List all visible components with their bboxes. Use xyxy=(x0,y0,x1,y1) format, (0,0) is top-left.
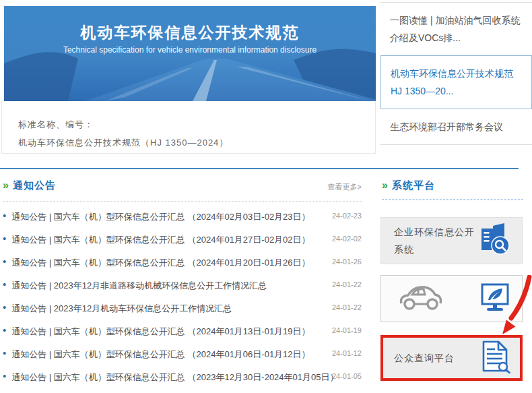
notice-date: 24-02-23 xyxy=(332,204,362,227)
notices-section: »通知公告 查看更多> •通知公告 | 国六车（机）型环保信息公开汇总 （202… xyxy=(3,179,362,388)
card-label: 公众查询平台 xyxy=(394,349,455,367)
dashed-divider xyxy=(3,201,362,202)
bullet-icon: • xyxy=(3,324,6,336)
standard-label: 标准名称、编号： xyxy=(18,119,375,131)
double-chevron-icon: » xyxy=(382,179,388,191)
notice-date: 24-01-12 xyxy=(332,342,362,365)
card-label: 企业环保信息公开系统 xyxy=(394,223,476,258)
notices-header: »通知公告 查看更多> xyxy=(3,179,362,194)
news-item-active[interactable]: 机动车环保信息公开技术规范 HJ 1350—20... xyxy=(380,55,532,109)
bullet-icon: • xyxy=(3,233,6,244)
notice-row[interactable]: •通知公告 | 2023年12月非道路移动机械环保信息公开工作情况汇总24-01… xyxy=(3,273,362,296)
news-item[interactable]: 一图读懂 | 加油站油气回收系统介绍及VOCs排... xyxy=(380,3,532,55)
news-list: 一图读懂 | 加油站油气回收系统介绍及VOCs排... 机动车环保信息公开技术规… xyxy=(380,2,532,145)
card-public-query-platform[interactable]: 公众查询平台 xyxy=(380,335,523,381)
bullet-icon: • xyxy=(3,347,6,359)
notice-row[interactable]: •通知公告 | 2023年12月机动车环保信息公开工作情况汇总24-01-22 xyxy=(3,296,362,319)
bullet-icon: • xyxy=(3,278,6,290)
notice-row[interactable]: •通知公告 | 国六车（机）型环保信息公开汇总 （2024年02月03日-02月… xyxy=(3,204,362,227)
notice-row[interactable]: •通知公告 | 国六车（机）型环保信息公开汇总 （2024年01月27日-02月… xyxy=(3,227,362,250)
bullet-icon: • xyxy=(3,210,6,221)
notice-date: 24-02-02 xyxy=(332,227,362,250)
enterprise-building-search-icon xyxy=(476,222,512,260)
double-chevron-icon: » xyxy=(3,179,9,191)
bullet-icon: • xyxy=(3,255,6,267)
standard-value: 机动车环保信息公开技术规范（HJ 1350—2024） xyxy=(18,137,375,149)
notice-date: 24-01-22 xyxy=(332,296,362,319)
section-divider xyxy=(0,168,519,169)
notice-row[interactable]: •通知公告 | 国六车（机）型环保信息公开汇总 （2024年01月13日-01月… xyxy=(3,319,362,342)
page: 机动车环保信息公开技术规范 Technical specification fo… xyxy=(0,0,532,393)
platform-title: 系统平台 xyxy=(392,179,435,191)
standard-info-box: 标准名称、编号： 机动车环保信息公开技术规范（HJ 1350—2024） xyxy=(1,101,376,154)
news-item[interactable]: 生态环境部召开部常务会议 xyxy=(380,109,532,144)
bullet-icon: • xyxy=(3,301,6,313)
notice-date: 24-01-22 xyxy=(332,273,362,296)
card-enterprise-disclosure-system[interactable]: 企业环保信息公开系统 xyxy=(380,217,523,264)
banner-title: 机动车环保信息公开技术规范 xyxy=(4,22,376,43)
notice-list: •通知公告 | 国六车（机）型环保信息公开汇总 （2024年02月03日-02月… xyxy=(3,204,362,388)
red-arrow-annotation xyxy=(496,275,532,337)
dashed-divider-blue xyxy=(382,200,523,200)
notice-date: 24-01-05 xyxy=(332,365,362,388)
banner-image: 机动车环保信息公开技术规范 Technical specification fo… xyxy=(4,6,376,101)
notice-date: 24-01-26 xyxy=(332,250,362,273)
notice-row[interactable]: •通知公告 | 国六车（机）型环保信息公开汇总 （2024年01月06日-01月… xyxy=(3,342,362,365)
notice-date: 24-01-19 xyxy=(332,319,362,342)
view-more-link[interactable]: 查看更多> xyxy=(328,182,362,192)
notices-title: 通知公告 xyxy=(13,179,56,191)
banner-subtitle: Technical specification for vehicle envi… xyxy=(4,45,376,55)
bullet-icon: • xyxy=(3,370,6,382)
notice-row[interactable]: •通知公告 | 国六车（机）型环保信息公开汇总 （2024年01月20日-01月… xyxy=(3,250,362,273)
document-search-icon xyxy=(481,340,510,376)
platform-header: »系统平台 xyxy=(382,179,532,194)
notice-row[interactable]: •通知公告 | 国六车（机）型环保信息公开汇总 （2023年12月30日-202… xyxy=(3,365,362,388)
car-icon xyxy=(399,282,443,315)
